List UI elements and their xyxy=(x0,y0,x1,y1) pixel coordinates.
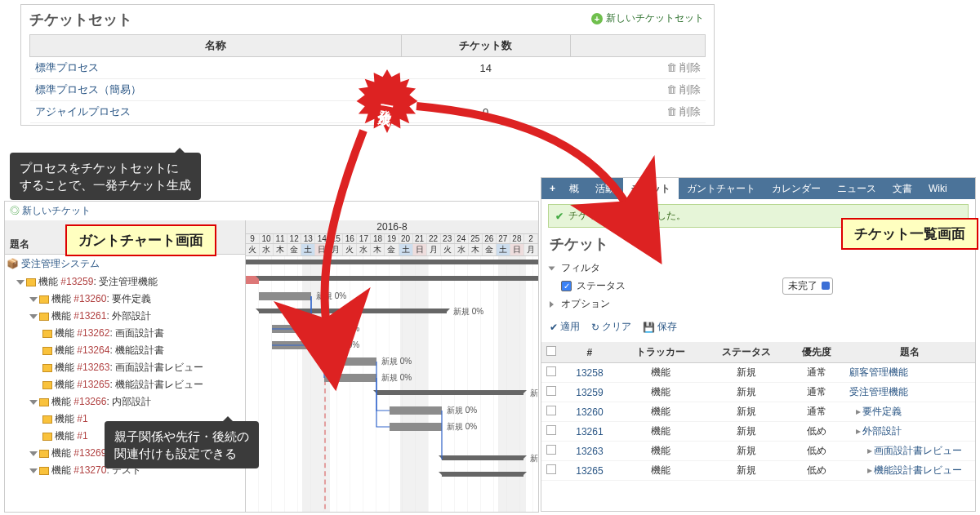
ticket-subject[interactable]: ▸機能設計書レビュー xyxy=(844,461,975,481)
chevron-down-icon[interactable] xyxy=(29,468,38,473)
tab-activity[interactable]: 活動 xyxy=(587,178,623,200)
table-row[interactable]: 13258 機能 新規 通常 顧客管理機能 xyxy=(541,363,975,383)
ticket-table: # トラッカー ステータス 優先度 題名 13258 機能 新規 通常 顧客管理… xyxy=(541,342,975,481)
gantt-bar[interactable] xyxy=(246,260,538,264)
gantt-bar-label: 新規 0% xyxy=(447,405,477,416)
apply-link[interactable]: ✔適用 xyxy=(550,320,580,334)
callout-process: プロセスをチケットセットに することで、一発チケット生成 xyxy=(10,153,201,200)
folder-icon xyxy=(42,415,52,424)
ticket-number[interactable]: 13259 xyxy=(561,383,618,402)
gantt-toolbar: ◎ 新しいチケット xyxy=(5,202,538,220)
gantt-bar[interactable] xyxy=(259,292,311,300)
ticket-number[interactable]: 13261 xyxy=(561,422,618,442)
ticket-subject[interactable]: ▸画面設計書レビュー xyxy=(844,442,975,461)
checkbox-all xyxy=(546,346,556,356)
gantt-bar[interactable] xyxy=(390,423,442,431)
gantt-bar[interactable] xyxy=(442,455,523,460)
gantt-month: 2016-8 xyxy=(246,220,538,234)
gantt-tree-item[interactable]: 機能 #13266: 内部設計 xyxy=(5,393,245,411)
col-name: 名称 xyxy=(30,35,402,57)
arrow-right-icon: ▸ xyxy=(856,425,861,437)
save-icon: 💾 xyxy=(643,322,655,333)
tab-docs[interactable]: 文書 xyxy=(884,178,920,200)
gantt-bar[interactable] xyxy=(442,472,523,477)
tab-plus[interactable]: + xyxy=(541,179,561,198)
tab-wiki[interactable]: Wiki xyxy=(920,179,956,198)
folder-icon xyxy=(42,381,52,389)
table-row[interactable]: 13263 機能 新規 低め ▸画面設計書レビュー xyxy=(541,442,975,461)
row-checkbox xyxy=(546,406,556,415)
gantt-bar[interactable] xyxy=(390,406,442,415)
delete-link[interactable]: 🗑削除 xyxy=(570,57,705,79)
delete-link[interactable]: 🗑削除 xyxy=(570,79,705,101)
chevron-right-icon[interactable] xyxy=(550,301,554,308)
folder-icon xyxy=(42,330,52,338)
tab-news[interactable]: ニュース xyxy=(829,178,884,200)
status-select[interactable]: 未完了 xyxy=(782,277,833,295)
gantt-chart: 2016-8 910111213141516171819202122232425… xyxy=(246,220,538,513)
ticket-number[interactable]: 13263 xyxy=(561,442,618,461)
list-screen-label: チケット一覧画面 xyxy=(841,218,978,250)
tab-calendar[interactable]: カレンダー xyxy=(764,178,829,200)
tab-overview[interactable]: 概 xyxy=(561,178,587,200)
chevron-down-icon[interactable] xyxy=(549,266,555,270)
folder-icon xyxy=(39,450,49,458)
gantt-tree-item[interactable]: 機能 #13263: 画面設計書レビュー xyxy=(5,359,245,376)
reload-icon: ↻ xyxy=(591,322,599,333)
row-checkbox xyxy=(546,445,556,455)
ticketset-name[interactable]: アジャイルプロセス xyxy=(30,101,402,123)
table-row[interactable]: 13265 機能 新規 低め ▸機能設計書レビュー xyxy=(541,461,975,481)
col-num[interactable]: # xyxy=(561,342,618,363)
folder-icon xyxy=(39,313,49,321)
ticket-number[interactable]: 13258 xyxy=(561,363,618,383)
gantt-tree-item[interactable]: 機能 #13259: 受注管理機能 xyxy=(5,273,245,291)
clear-link[interactable]: ↻クリア xyxy=(591,320,631,334)
ticket-number[interactable]: 13265 xyxy=(561,461,618,481)
ticket-subject[interactable]: 受注管理機能 xyxy=(844,383,975,402)
gantt-root[interactable]: 📦 受注管理システム xyxy=(5,255,245,273)
col-subject[interactable]: 題名 xyxy=(844,342,975,363)
col-status[interactable]: ステータス xyxy=(704,342,790,363)
gantt-screen-label: ガントチャート画面 xyxy=(65,224,216,256)
save-link[interactable]: 💾保存 xyxy=(643,320,677,334)
ticket-subject[interactable]: ▸外部設計 xyxy=(844,422,975,442)
gantt-tree-item[interactable]: 機能 #13260: 要件定義 xyxy=(5,291,245,308)
gantt-bar[interactable] xyxy=(324,374,376,382)
ticket-number[interactable]: 13260 xyxy=(561,402,618,422)
check-icon: ✔ xyxy=(550,322,558,333)
gantt-bar-label: 新規 0% xyxy=(329,340,359,351)
table-row[interactable]: 13261 機能 新規 低め ▸外部設計 xyxy=(541,422,975,442)
tab-gantt[interactable]: ガントチャート xyxy=(679,178,764,200)
gantt-bar[interactable] xyxy=(376,390,523,395)
gantt-tree-item[interactable]: 機能 #13262: 画面設計書 xyxy=(5,325,245,342)
ticketset-name[interactable]: 標準プロセス（簡易） xyxy=(30,79,402,101)
col-tracker[interactable]: トラッカー xyxy=(618,342,704,363)
gantt-bar[interactable] xyxy=(259,276,538,281)
chevron-down-icon[interactable] xyxy=(29,400,38,405)
table-row[interactable]: 13259 機能 新規 通常 受注管理機能 xyxy=(541,383,975,402)
ticket-subject[interactable]: 顧客管理機能 xyxy=(844,363,975,383)
table-row[interactable]: 13260 機能 新規 通常 ▸要件定義 xyxy=(541,402,975,422)
gantt-tree-item[interactable]: 機能 #13261: 外部設計 xyxy=(5,308,245,325)
chevron-down-icon[interactable] xyxy=(29,297,38,302)
callout-relations: 親子関係や先行・後続の 関連付けも設定できる xyxy=(105,421,259,468)
new-ticketset-link[interactable]: + 新しいチケットセット xyxy=(591,11,704,25)
col-priority[interactable]: 優先度 xyxy=(789,342,844,363)
gantt-bar[interactable] xyxy=(272,325,324,333)
gantt-bar[interactable] xyxy=(259,309,447,313)
chevron-down-icon[interactable] xyxy=(29,314,38,319)
tab-tickets[interactable]: チケット xyxy=(623,178,679,200)
gantt-bar[interactable] xyxy=(324,357,376,366)
status-checkbox[interactable]: ✓ xyxy=(561,281,572,291)
chevron-down-icon[interactable] xyxy=(16,280,24,285)
new-ticket-link[interactable]: 新しいチケット xyxy=(22,205,91,216)
delete-link[interactable]: 🗑削除 xyxy=(570,101,705,123)
gantt-tree-item[interactable]: 機能 #13264: 機能設計書 xyxy=(5,342,245,359)
row-checkbox xyxy=(546,464,556,474)
ticketset-name[interactable]: 標準プロセス xyxy=(30,57,402,79)
chevron-down-icon[interactable] xyxy=(29,451,38,456)
ticket-subject[interactable]: ▸要件定義 xyxy=(844,402,975,422)
gantt-bar[interactable] xyxy=(272,341,324,349)
gantt-tree-item[interactable]: 機能 #13265: 機能設計書レビュー xyxy=(5,376,245,393)
row-checkbox xyxy=(546,425,556,435)
